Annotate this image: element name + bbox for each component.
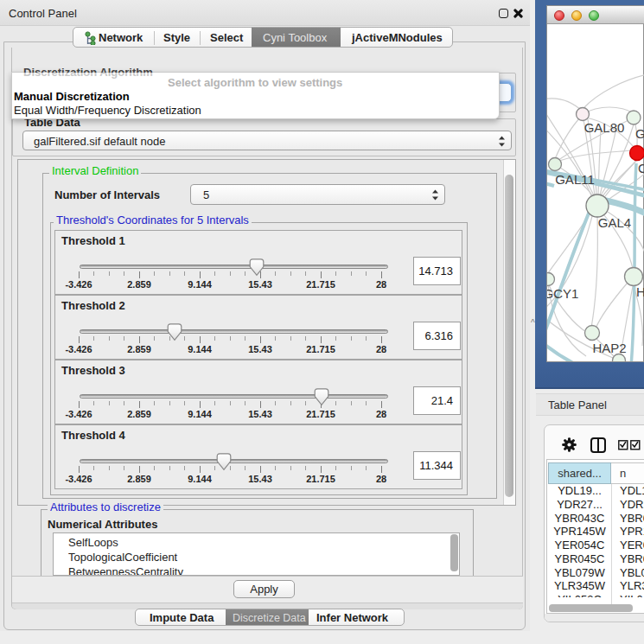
svg-text:HAP2: HAP2 [592, 341, 626, 355]
svg-text:GAL80: GAL80 [584, 120, 625, 135]
svg-text:H: H [636, 284, 644, 299]
svg-text:GA: GA [635, 126, 644, 141]
svg-text:GCY1: GCY1 [547, 286, 578, 301]
svg-text:C: C [638, 161, 644, 175]
svg-text:GAL4: GAL4 [598, 215, 631, 230]
svg-text:GAL11: GAL11 [555, 172, 595, 187]
